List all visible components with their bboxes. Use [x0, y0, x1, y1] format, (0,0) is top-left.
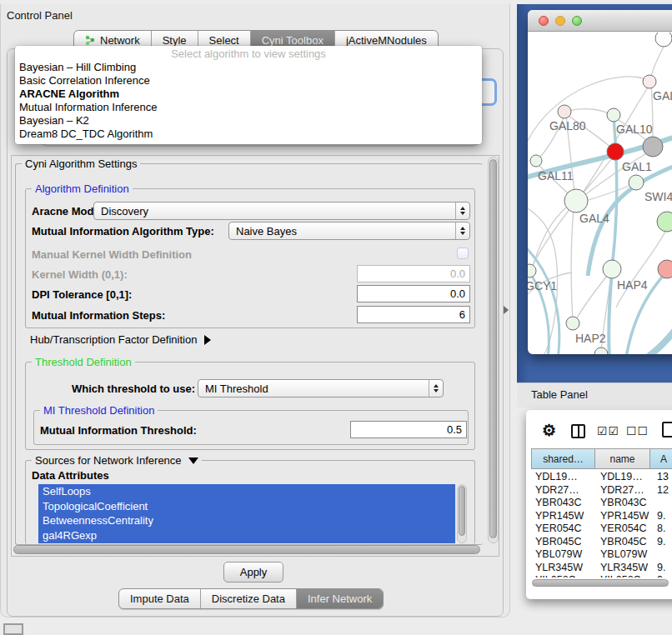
- settings-vertical-scrollbar[interactable]: [488, 157, 499, 543]
- gear-icon[interactable]: ⚙: [542, 421, 556, 440]
- node-gal11[interactable]: [530, 155, 542, 167]
- network-edge[interactable]: [565, 109, 613, 116]
- table-horizontal-scrollbar[interactable]: [531, 578, 672, 588]
- node-gal-pink[interactable]: [643, 75, 656, 88]
- node-hap4-label: HAP4: [617, 278, 648, 292]
- combo-stepper-icon: [429, 380, 443, 397]
- node-swi4-label: SWI4: [644, 190, 672, 203]
- divider-grip-icon[interactable]: [504, 306, 509, 314]
- mi-steps-field[interactable]: 6: [357, 306, 470, 323]
- node-gray[interactable]: [643, 137, 663, 157]
- data-attributes-label: Data Attributes: [32, 469, 109, 482]
- collapsed-arrow-icon: [204, 335, 211, 345]
- node-gal10[interactable]: [607, 108, 620, 122]
- screen: Control Panel □ ✕ Network Style Select C…: [0, 0, 672, 635]
- manual-kernel-width-checkbox[interactable]: [457, 248, 469, 259]
- mi-threshold-field[interactable]: 0.5: [350, 421, 467, 438]
- list-item[interactable]: TopologicalCoefficient: [38, 499, 455, 514]
- list-item[interactable]: SelfLoops: [38, 484, 455, 499]
- dropdown-item-selected[interactable]: ARACNE Algorithm: [15, 88, 482, 101]
- node-gal80[interactable]: [558, 105, 571, 118]
- node-salmon[interactable]: [658, 260, 672, 278]
- node-gal11-label: GAL11: [538, 169, 574, 182]
- mi-algorithm-type-combo[interactable]: Naive Bayes: [228, 222, 470, 240]
- node-bottom-partial[interactable]: [594, 348, 608, 354]
- column-layout-icon[interactable]: [571, 424, 585, 438]
- zoom-traffic-light[interactable]: [572, 16, 582, 26]
- node-hap4[interactable]: [603, 260, 621, 278]
- which-threshold-combo[interactable]: MI Threshold: [198, 379, 444, 398]
- combo-stepper-icon: [455, 222, 469, 239]
- manual-kernel-width-label: Manual Kernel Width Definition: [32, 248, 192, 261]
- network-edge[interactable]: [528, 242, 559, 354]
- network-edge[interactable]: [571, 202, 574, 322]
- network-window-titlebar[interactable]: [528, 10, 672, 32]
- dropdown-item[interactable]: Basic Correlation Inference: [15, 74, 482, 88]
- close-traffic-light[interactable]: [539, 16, 549, 26]
- dropdown-item[interactable]: Bayesian – Hill Climbing: [15, 61, 482, 74]
- dropdown-item[interactable]: Bayesian – K2: [15, 114, 482, 128]
- mi-threshold-group-title: MI Threshold Definition: [40, 404, 158, 417]
- algorithm-dropdown-popup: Select algorithm to view settings Bayesi…: [15, 46, 482, 144]
- control-panel-title: Control Panel: [7, 9, 73, 22]
- unchecked-columns-icon[interactable]: ☐☐: [626, 424, 649, 438]
- node-gal10-label: GAL10: [616, 122, 653, 136]
- mi-threshold-label: Mutual Information Threshold:: [40, 424, 197, 437]
- tab-discretize-data[interactable]: Discretize Data: [200, 589, 296, 608]
- column-header-name[interactable]: name: [594, 448, 650, 469]
- new-table-icon[interactable]: [662, 422, 672, 438]
- dpi-tolerance-label: DPI Tolerance [0,1]:: [32, 288, 132, 301]
- settings-horizontal-scrollbar[interactable]: [13, 545, 485, 555]
- hub-definition-toggle[interactable]: Hub/Transcription Factor Definition: [30, 333, 211, 346]
- threshold-definition-title: Threshold Definition: [32, 356, 135, 368]
- node-gal80-label: GAL80: [549, 119, 586, 132]
- node-gal1-red[interactable]: [607, 143, 624, 160]
- node-gal1-red-label: GAL1: [622, 160, 652, 173]
- attributes-list-scrollbar[interactable]: [457, 484, 467, 543]
- network-edge[interactable]: [643, 298, 672, 354]
- aracne-mode-combo[interactable]: Discovery: [93, 202, 470, 220]
- node-bright-green[interactable]: [657, 212, 672, 232]
- combo-stepper-icon: [455, 202, 469, 219]
- minimize-traffic-light[interactable]: [555, 16, 565, 26]
- dropdown-item[interactable]: Dream8 DC_TDC Algorithm: [15, 128, 482, 141]
- node-swi4[interactable]: [629, 175, 644, 190]
- node-gal-pink-label: GAL: [653, 89, 672, 102]
- kernel-width-field[interactable]: 0.0: [357, 265, 470, 282]
- checked-columns-icon[interactable]: ☑☑: [597, 424, 619, 438]
- tab-impute-data[interactable]: Impute Data: [119, 589, 200, 608]
- sources-group-title[interactable]: Sources for Network Inference: [32, 454, 202, 467]
- collapsed-panel-icon[interactable]: [3, 623, 23, 635]
- kernel-width-label: Kernel Width (0,1):: [32, 268, 128, 281]
- expanded-arrow-icon: [188, 458, 198, 464]
- bottom-tabbar: Impute Data Discretize Data Infer Networ…: [118, 588, 384, 609]
- list-item[interactable]: BetweennessCentrality: [38, 513, 455, 528]
- dropdown-item[interactable]: Mutual Information Inference: [15, 101, 482, 114]
- column-header-shared-name[interactable]: shared…: [531, 448, 595, 469]
- mi-steps-label: Mutual Information Steps:: [32, 309, 165, 322]
- network-canvas[interactable]: GALGAL80GAL10GAL1GAL11SWI4GAL4GCY1HAP4YH…: [528, 32, 672, 354]
- data-attributes-list[interactable]: SelfLoops TopologicalCoefficient Between…: [38, 484, 455, 543]
- column-header-partial[interactable]: A: [649, 448, 672, 469]
- node-top-partial[interactable]: [655, 32, 672, 47]
- list-item[interactable]: gal4RGexp: [38, 528, 455, 543]
- dpi-tolerance-field[interactable]: 0.0: [357, 285, 470, 302]
- tab-infer-network[interactable]: Infer Network: [296, 589, 383, 608]
- node-hap2[interactable]: [566, 317, 579, 330]
- which-threshold-label: Which threshold to use:: [72, 382, 195, 395]
- network-edge[interactable]: [609, 271, 612, 354]
- cyni-settings-group-title: Cyni Algorithm Settings: [22, 158, 140, 170]
- node-gcy1[interactable]: [528, 264, 536, 278]
- node-gcy1-label: GCY1: [528, 279, 557, 292]
- network-tab-icon: [85, 35, 96, 46]
- apply-button[interactable]: Apply: [223, 562, 283, 582]
- network-edge[interactable]: [528, 77, 649, 151]
- node-gal4[interactable]: [564, 189, 588, 212]
- network-edge[interactable]: [531, 201, 576, 269]
- dropdown-placeholder: Select algorithm to view settings: [15, 46, 482, 61]
- node-gal4-label: GAL4: [579, 212, 609, 225]
- mi-algorithm-type-label: Mutual Information Algorithm Type:: [32, 225, 214, 238]
- network-edge[interactable]: [531, 208, 566, 272]
- network-graph: GALGAL80GAL10GAL1GAL11SWI4GAL4GCY1HAP4YH…: [528, 32, 672, 354]
- node-hap2-label: HAP2: [575, 332, 606, 345]
